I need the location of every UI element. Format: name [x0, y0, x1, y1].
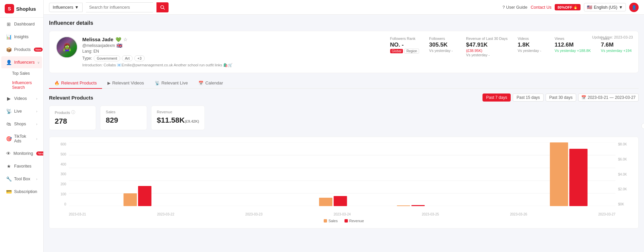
- stat-revenue: Revenue of Last 30 Days $47.91K (£38.95K…: [466, 37, 508, 57]
- monitoring-icon: 👁: [6, 151, 11, 156]
- search-input[interactable]: [86, 2, 153, 12]
- tag-more[interactable]: +3: [134, 55, 145, 61]
- past-7-days-button[interactable]: Past 7 days: [482, 93, 511, 102]
- user-guide-link[interactable]: ? User Guide: [502, 5, 527, 10]
- sidebar-subitem-top-sales[interactable]: Top Sales: [0, 69, 43, 78]
- sidebar-item-label: Monitoring: [13, 151, 33, 156]
- contact-us-link[interactable]: Contact Us: [531, 5, 552, 10]
- insights-icon: 📊: [6, 34, 11, 40]
- products-badge: New: [34, 48, 43, 52]
- sidebar-item-label: Videos: [14, 96, 34, 101]
- influencers-icon: 👤: [6, 60, 11, 65]
- sidebar-item-shops[interactable]: 🛍 Shops ›: [1, 118, 42, 130]
- bar-sales-4: [397, 205, 410, 206]
- sidebar-logo[interactable]: S Shoplus: [0, 0, 43, 18]
- tab-relevant-live[interactable]: 📡 Relevant Live: [149, 78, 193, 89]
- avatar-icon: 👤: [632, 5, 637, 10]
- tab-relevant-videos[interactable]: ▶ Relevant Videos: [102, 78, 149, 89]
- x-label-2: 2023-03-22: [157, 212, 174, 216]
- x-label-1: 2023-03-21: [69, 212, 86, 216]
- stats-card-sales: Sales 829: [100, 106, 147, 130]
- sidebar-item-subscription[interactable]: 💳 Subscription: [1, 186, 42, 198]
- sidebar-item-dashboard[interactable]: ⊞ Dashboard: [1, 18, 42, 30]
- logo-text: Shoplus: [16, 6, 36, 12]
- products-info-icon[interactable]: ⓘ: [71, 110, 75, 115]
- past-15-days-button[interactable]: Past 15 days: [513, 93, 543, 102]
- calendar-range-icon: 📅: [581, 95, 586, 100]
- past-30-days-button[interactable]: Past 30 days: [546, 93, 576, 102]
- influencer-stats: Followers Rank NO. - Global Region Follo…: [390, 37, 632, 57]
- sales-count: 829: [106, 116, 141, 125]
- sidebar-item-label: TikTok Ads: [14, 134, 34, 143]
- sidebar-item-toolbox[interactable]: 🔧 Tool Box ›: [1, 173, 42, 185]
- influencer-name-row: Melissa Jade 💚 ☆: [82, 37, 385, 42]
- date-filters: Past 7 days Past 15 days Past 30 days 📅 …: [482, 93, 639, 102]
- dropdown-chevron-icon: ▼: [75, 5, 79, 10]
- discount-banner[interactable]: 80%OFF 🔥: [555, 4, 581, 10]
- stats-card-products: Products ⓘ 278: [49, 106, 96, 130]
- fire-icon: 🔥: [573, 5, 578, 9]
- search-type-label: Influencers: [53, 5, 73, 10]
- chart-legend: Sales Revenue: [55, 219, 633, 223]
- stat-views: Views 112.6M Vs yesterday +188.8K: [555, 37, 591, 53]
- sidebar: S Shoplus ⊞ Dashboard 📊 Insights 📦 Produ…: [0, 0, 44, 252]
- logo-icon: S: [5, 4, 14, 13]
- chart-x-labels: 2023-03-21 2023-03-22 2023-03-23 2023-03…: [69, 212, 615, 216]
- tag-government[interactable]: Government: [94, 55, 120, 61]
- section-title: Relevant Products: [49, 95, 93, 101]
- legend-sales: Sales: [324, 219, 338, 223]
- sidebar-item-influencers[interactable]: 👤 Influencers ∨: [1, 56, 42, 68]
- influencer-info: 🧟‍♀️ Melissa Jade 💚 ☆ @melissaxjadexm 🇬🇧…: [56, 37, 632, 67]
- sidebar-item-label: Subscription: [14, 189, 37, 194]
- influencer-name: Melissa Jade: [82, 37, 113, 42]
- discount-label: 80%OFF: [557, 5, 572, 9]
- chevron-icon: ›: [36, 137, 37, 141]
- sidebar-item-label: Favorites: [14, 164, 37, 169]
- search-type-button[interactable]: Influencers ▼: [49, 3, 83, 12]
- influencer-card: Update time: 2023-03-23 🧟‍♀️ Melissa Jad…: [49, 31, 639, 73]
- x-label-4: 2023-03-24: [333, 212, 351, 216]
- legend-revenue: Revenue: [344, 219, 364, 223]
- region-badge[interactable]: Region: [404, 49, 419, 54]
- tab-relevant-products[interactable]: 🔥 Relevant Products: [49, 78, 102, 89]
- products-icon: 📦: [6, 47, 11, 52]
- search-button[interactable]: [156, 2, 169, 12]
- sidebar-item-videos[interactable]: ▶ Videos ›: [1, 92, 42, 105]
- sidebar-subitem-influencers-search[interactable]: Influencers Search: [0, 78, 43, 92]
- sidebar-item-live[interactable]: 📡 Live ›: [1, 105, 42, 117]
- bar-revenue-1: [138, 186, 151, 206]
- sidebar-item-label: Live: [14, 109, 34, 114]
- question-icon: ?: [502, 5, 505, 10]
- influencer-lang: Lang: EN: [82, 49, 385, 54]
- sidebar-item-products[interactable]: 📦 Products New ›: [1, 44, 42, 56]
- dashboard-icon: ⊞: [6, 21, 11, 27]
- tag-art[interactable]: Art: [122, 55, 133, 61]
- update-time: Update time: 2023-03-23: [592, 35, 633, 39]
- chevron-icon: ›: [36, 177, 37, 181]
- chart-y-axis-left: 600 500 400 300 200 100 0: [55, 142, 68, 206]
- favorite-star-icon[interactable]: ☆: [123, 37, 128, 42]
- toolbox-icon: 🔧: [6, 176, 11, 182]
- sidebar-item-favorites[interactable]: ★ Favorites: [1, 160, 42, 172]
- global-badge[interactable]: Global: [390, 49, 403, 53]
- chart-area: 600 500 400 300 200 100 0 $8.0K $6.0K $4…: [55, 142, 633, 216]
- bar-sales-1: [124, 193, 137, 206]
- sidebar-item-insights[interactable]: 📊 Insights: [1, 31, 42, 43]
- chart-container: 600 500 400 300 200 100 0 $8.0K $6.0K $4…: [49, 137, 639, 229]
- videos-icon: ▶: [6, 96, 11, 101]
- sidebar-item-tiktok-ads[interactable]: 🎯 TikTok Ads ›: [1, 131, 42, 147]
- date-range-picker[interactable]: 📅 2023-03-21 — 2023-03-27: [578, 93, 639, 102]
- revenue-value: $11.58K(£9.42K): [157, 116, 199, 125]
- user-avatar[interactable]: 👤: [629, 3, 639, 12]
- chevron-icon: ›: [36, 110, 37, 113]
- x-label-6: 2023-03-26: [510, 212, 527, 216]
- language-selector[interactable]: 🇺🇸 English (US) ▼: [584, 3, 626, 11]
- stat-videos: Videos 1.8K Vs yesterday -: [518, 37, 545, 53]
- sidebar-item-monitoring[interactable]: 👁 Monitoring New ›: [1, 147, 42, 160]
- chevron-icon: ›: [36, 122, 37, 126]
- subscription-icon: 💳: [6, 189, 11, 194]
- stats-cards: Products ⓘ 278 Sales 829 Revenue: [49, 106, 639, 130]
- legend-revenue-dot: [344, 219, 348, 223]
- tab-calendar[interactable]: 📅 Calendar: [193, 78, 228, 89]
- live-icon: 📡: [6, 109, 11, 114]
